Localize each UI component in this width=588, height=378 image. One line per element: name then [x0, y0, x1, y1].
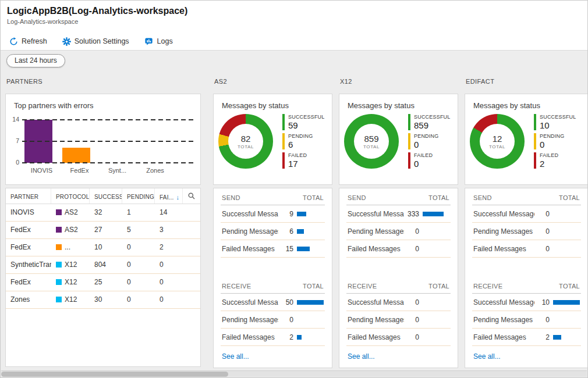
column-header-success[interactable]: SUCCESS [90, 188, 122, 204]
y-tick-label: 0 [16, 159, 19, 166]
page-header: LogicAppB2B(Log-Analytics-workspace) Log… [1, 1, 587, 33]
column-header-protocol[interactable]: PROTOCOL [51, 188, 90, 204]
solution-settings-button[interactable]: Solution Settings [60, 36, 132, 47]
message-row-label: Successful Messages [346, 210, 404, 218]
donut-hole: 859TOTAL [354, 124, 389, 159]
legend-item-pending[interactable]: PENDING0 [408, 133, 451, 149]
column-label-as2: AS2 [214, 78, 332, 86]
send-row[interactable]: Pending Messages0 [346, 223, 451, 240]
legend-item-successful[interactable]: SUCCESSFUL59 [282, 114, 325, 130]
donut-total-label: TOTAL [238, 144, 254, 149]
column-label-x12: X12 [340, 78, 458, 86]
page-title: LogicAppB2B(Log-Analytics-workspace) [7, 6, 587, 16]
table-row[interactable]: FedExX122500 [6, 274, 200, 291]
bar-fedex[interactable] [62, 148, 90, 163]
partner-cell: INOVIS [6, 204, 51, 221]
receive-row[interactable]: Failed Messages2 [221, 329, 325, 346]
legend-item-pending[interactable]: PENDING0 [534, 133, 576, 149]
send-row[interactable]: Pending Messages6 [221, 223, 325, 240]
sort-descending-icon: ↓ [176, 194, 180, 201]
legend-item-failed[interactable]: FAILED0 [408, 152, 451, 169]
send-row[interactable]: Successful Messages333 [346, 205, 451, 223]
success-cell: 27 [90, 222, 122, 238]
receive-row[interactable]: Successful Messages10 [472, 294, 581, 311]
column-header-pending[interactable]: PENDING [122, 188, 155, 204]
logs-button[interactable]: Logs [142, 36, 175, 47]
receive-row[interactable]: Failed Messages0 [346, 329, 451, 346]
receive-row[interactable]: Successful Messages50 [221, 294, 325, 311]
plot-area [22, 119, 197, 163]
see-all-link[interactable]: See all... [222, 352, 249, 361]
message-row-label: Successful Messages [221, 298, 278, 306]
send-row[interactable]: Failed Messages15 [221, 240, 325, 258]
messages-table-card: SENDTOTALSuccessful Messages333Pending M… [339, 188, 458, 368]
time-range-filter[interactable]: Last 24 hours [6, 54, 65, 67]
see-all-link[interactable]: See all... [348, 352, 375, 361]
logs-icon [144, 37, 154, 46]
message-row-value: 10 [534, 298, 550, 306]
legend-item-successful[interactable]: SUCCESSFUL10 [534, 114, 576, 130]
column-header-partner[interactable]: PARTNER [6, 188, 51, 204]
legend-item-failed[interactable]: FAILED17 [282, 152, 325, 169]
legend-item-pending[interactable]: PENDING6 [282, 133, 325, 149]
send-row[interactable]: Pending Messages0 [472, 223, 581, 240]
legend-label: FAILED [540, 152, 558, 158]
table-row[interactable]: FedExAS22753 [6, 222, 200, 239]
donut-chart[interactable]: 859TOTAL [344, 114, 399, 169]
legend-item-failed[interactable]: FAILED2 [534, 152, 576, 169]
message-row-label: Successful Messages [472, 298, 534, 306]
search-cell[interactable] [183, 188, 200, 204]
receive-row[interactable]: Failed Messages2 [472, 329, 581, 346]
protocol-label: X12 [65, 261, 77, 269]
message-row-label: Pending Messages [346, 227, 404, 236]
message-row-label: Pending Messages [472, 316, 534, 324]
total-column-header: TOTAL [559, 283, 580, 290]
legend-text: FAILED17 [288, 152, 307, 169]
table-row[interactable]: SyntheticTransX1280400 [6, 256, 200, 274]
protocol-cell: AS2 [51, 222, 90, 238]
donut-card-title: Messages by status [339, 94, 458, 110]
column-label-edifact: EDIFACT [466, 78, 588, 86]
legend-text: PENDING0 [414, 133, 438, 149]
partner-cell: Zones [6, 291, 51, 308]
success-cell: 25 [90, 274, 122, 291]
send-row[interactable]: Failed Messages0 [346, 240, 451, 258]
send-section-title: SEND [473, 194, 492, 201]
donut-chart[interactable]: 12TOTAL [470, 114, 525, 169]
legend-item-successful[interactable]: SUCCESSFUL859 [408, 114, 451, 130]
horizontal-scrollbar-track[interactable] [1, 370, 587, 377]
horizontal-scrollbar-thumb[interactable] [1, 372, 228, 377]
table-row[interactable]: INOVISAS232114 [6, 204, 200, 222]
column-header-fai[interactable]: FAI...↓ [155, 188, 183, 204]
see-all-link[interactable]: See all... [473, 352, 501, 361]
donut-total-value: 859 [364, 134, 378, 144]
message-row-value: 2 [278, 333, 293, 341]
success-cell: 30 [90, 291, 122, 308]
send-row[interactable]: Failed Messages0 [472, 240, 581, 258]
search-icon[interactable] [187, 192, 196, 200]
receive-row[interactable]: Pending Messages0 [472, 311, 581, 329]
donut-legend: SUCCESSFUL59PENDING6FAILED17 [282, 114, 325, 169]
donut-chart[interactable]: 82TOTAL [218, 114, 273, 169]
gridline [22, 162, 196, 163]
legend-text: SUCCESSFUL59 [288, 114, 325, 130]
legend-value: 6 [288, 140, 313, 149]
section-header-receive: RECEIVETOTAL [346, 277, 451, 294]
messages-table-card: SENDTOTALSuccessful Messages0Pending Mes… [465, 188, 588, 368]
send-row[interactable]: Successful Messages9 [221, 205, 325, 223]
message-row-label: Failed Messages [221, 333, 278, 341]
message-row-value: 6 [278, 227, 293, 236]
send-row[interactable]: Successful Messages0 [472, 205, 581, 223]
receive-row[interactable]: Successful Messages0 [346, 294, 451, 311]
table-row[interactable]: FedEx...1002 [6, 239, 200, 256]
message-bar-slot [293, 247, 325, 251]
receive-row[interactable]: Pending Messages0 [346, 311, 451, 329]
receive-row[interactable]: Pending Messages0 [221, 311, 325, 329]
x-axis-label: Zones [136, 167, 174, 174]
donut-card-title: Messages by status [214, 94, 332, 110]
table-row[interactable]: ZonesX123000 [6, 291, 200, 309]
toolbar: Refresh Solution Settings [1, 33, 587, 51]
refresh-button[interactable]: Refresh [7, 36, 49, 47]
success-cell: 10 [90, 239, 122, 256]
donut-card-title: Messages by status [465, 94, 588, 110]
